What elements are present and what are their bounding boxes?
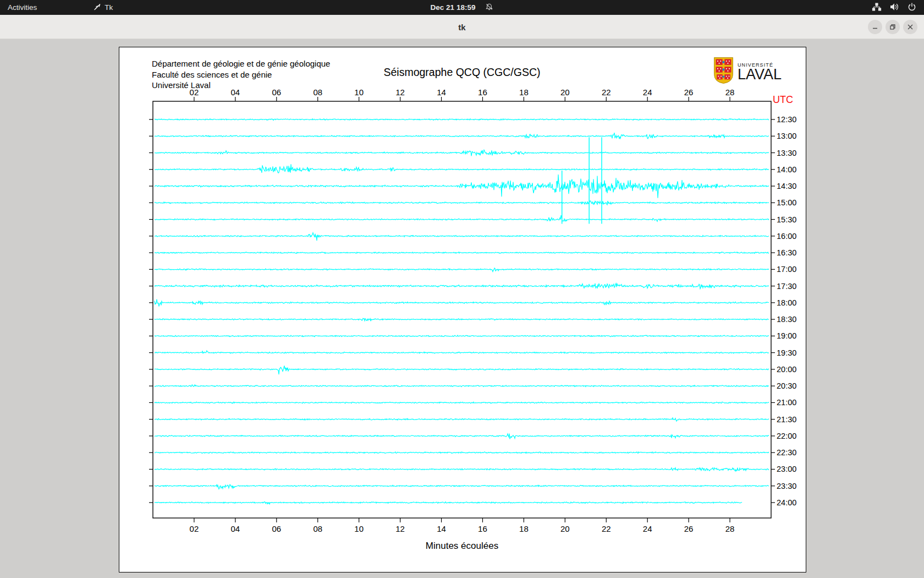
utc-time-label: 18:30 <box>777 315 796 324</box>
utc-time-label: 23:30 <box>777 482 796 490</box>
x-tick-label-top: 10 <box>354 88 364 97</box>
utc-time-label: 12:30 <box>777 115 796 124</box>
x-tick-label-bottom: 10 <box>354 524 364 533</box>
utc-time-label: 13:00 <box>777 132 796 140</box>
utc-time-label: 14:00 <box>777 165 796 174</box>
x-tick-label-top: 22 <box>602 88 611 97</box>
x-tick-label-top: 28 <box>725 88 735 97</box>
utc-time-label: 15:00 <box>777 198 796 207</box>
seismo-trace <box>155 351 769 353</box>
utc-time-label: 20:00 <box>777 365 796 374</box>
x-axis-title: Minutes écoulées <box>153 541 771 552</box>
gnome-top-bar: Activities Tk Dec 21 18:59 <box>0 0 924 15</box>
seismo-trace <box>155 283 769 289</box>
volume-icon[interactable] <box>890 3 899 13</box>
clock[interactable]: Dec 21 18:59 <box>431 3 476 12</box>
seismo-trace <box>155 434 769 439</box>
plot-frame <box>153 101 771 518</box>
x-tick-label-bottom: 12 <box>395 524 405 533</box>
utc-time-label: 21:00 <box>777 398 796 407</box>
seismo-trace <box>155 452 769 454</box>
x-tick-label-top: 14 <box>437 88 446 97</box>
x-tick-label-top: 06 <box>272 88 281 97</box>
notifications-muted-bell-icon[interactable] <box>485 3 493 13</box>
x-tick-label-bottom: 06 <box>272 524 281 533</box>
x-tick-label-top: 02 <box>190 88 199 97</box>
seismo-trace <box>155 484 769 489</box>
x-tick-label-top: 16 <box>478 88 487 97</box>
x-tick-label-top: 20 <box>560 88 570 97</box>
x-tick-label-top: 12 <box>395 88 405 97</box>
seismo-trace <box>155 119 769 121</box>
seismogram-plot: 0202040406060808101012121414161618182020… <box>119 47 807 573</box>
seismo-trace <box>155 268 769 272</box>
close-button[interactable] <box>903 20 917 34</box>
maximize-restore-button[interactable] <box>886 20 900 34</box>
utc-time-label: 16:00 <box>777 232 796 241</box>
seismo-trace <box>155 318 769 321</box>
x-tick-label-bottom: 14 <box>437 524 446 533</box>
seismo-trace <box>155 418 769 421</box>
utc-time-label: 13:30 <box>777 149 796 157</box>
utc-time-label: 16:30 <box>777 248 796 257</box>
x-tick-label-top: 26 <box>684 88 694 97</box>
x-tick-label-top: 08 <box>313 88 322 97</box>
x-tick-label-bottom: 02 <box>190 524 199 533</box>
utc-time-label: 17:00 <box>777 265 796 274</box>
x-tick-label-bottom: 18 <box>519 524 529 533</box>
tk-window-content: Département de géologie et de génie géol… <box>0 39 924 578</box>
seismo-trace <box>155 402 769 403</box>
utc-time-label: 23:00 <box>777 465 796 473</box>
seismo-trace <box>155 335 769 337</box>
x-tick-label-bottom: 26 <box>684 524 694 533</box>
utc-time-label: 22:30 <box>777 448 796 457</box>
seismo-trace <box>155 299 769 307</box>
seismo-trace <box>155 164 769 173</box>
utc-time-label: 17:30 <box>777 282 796 291</box>
utc-time-label: 20:30 <box>777 381 796 390</box>
utc-time-label: 19:30 <box>777 348 796 357</box>
seismo-trace <box>155 133 769 139</box>
seismo-trace <box>155 233 769 241</box>
x-tick-label-top: 18 <box>519 88 529 97</box>
seismo-trace <box>155 215 769 221</box>
x-tick-label-bottom: 24 <box>643 524 652 533</box>
x-tick-label-top: 04 <box>231 88 240 97</box>
utc-time-label: 21:30 <box>777 415 796 424</box>
seismo-trace <box>155 150 769 156</box>
seismo-trace <box>155 175 769 198</box>
utc-time-label: 24:00 <box>777 498 796 507</box>
power-icon[interactable] <box>908 2 916 13</box>
seismo-trace <box>155 201 769 205</box>
network-wired-icon[interactable] <box>872 3 882 13</box>
window-titlebar[interactable]: tk <box>0 15 924 39</box>
seismo-trace <box>155 385 769 387</box>
x-tick-label-bottom: 04 <box>231 524 240 533</box>
utc-time-label: 15:30 <box>777 215 796 224</box>
x-tick-label-bottom: 22 <box>602 524 611 533</box>
utc-time-label: 19:00 <box>777 331 796 340</box>
minimize-button[interactable] <box>868 20 882 34</box>
x-tick-label-bottom: 08 <box>313 524 322 533</box>
x-tick-label-bottom: 16 <box>478 524 487 533</box>
utc-time-label: 14:30 <box>777 182 796 190</box>
seismograph-canvas: Département de géologie et de génie géol… <box>119 47 806 572</box>
utc-time-label: 22:00 <box>777 432 796 440</box>
seismo-trace <box>155 501 742 504</box>
utc-time-label: 18:00 <box>777 298 796 307</box>
x-tick-label-bottom: 20 <box>560 524 570 533</box>
seismo-trace <box>155 468 769 471</box>
seismo-trace <box>155 366 769 374</box>
seismo-trace <box>155 252 769 254</box>
window-title: tk <box>0 15 924 39</box>
x-tick-label-top: 24 <box>643 88 652 97</box>
x-tick-label-bottom: 28 <box>725 524 735 533</box>
